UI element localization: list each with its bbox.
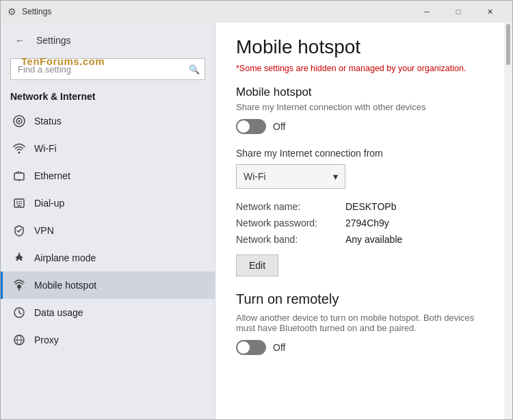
- titlebar-controls: ─ □ ✕: [411, 1, 505, 23]
- hotspot-heading: Mobile hotspot: [236, 86, 484, 99]
- hotspot-toggle-label: Off: [273, 121, 285, 132]
- sidebar-item-wifi[interactable]: Wi-Fi: [1, 135, 215, 162]
- sidebar-item-ethernet[interactable]: Ethernet: [1, 162, 215, 189]
- vpn-icon: [12, 224, 26, 237]
- titlebar-left: ⚙ Settings: [8, 6, 51, 17]
- hotspot-toggle-row: Off: [236, 119, 484, 134]
- network-name-key: Network name:: [236, 201, 345, 212]
- sidebar: TenForums.com ← Settings 🔍 Network & Int…: [1, 23, 215, 419]
- remote-heading: Turn on remotely: [236, 291, 484, 307]
- hotspot-label: Mobile hotspot: [34, 280, 96, 291]
- remote-toggle-label: Off: [273, 342, 285, 353]
- svg-point-2: [18, 120, 21, 122]
- airplane-label: Airplane mode: [34, 252, 96, 263]
- back-button[interactable]: ←: [10, 31, 29, 50]
- remote-toggle[interactable]: [236, 340, 266, 355]
- titlebar: ⚙ Settings ─ □ ✕: [1, 1, 512, 23]
- svg-rect-11: [18, 201, 20, 202]
- close-button[interactable]: ✕: [474, 1, 505, 23]
- datausage-label: Data usage: [34, 307, 83, 318]
- remote-toggle-knob: [237, 341, 250, 354]
- scrollbar-thumb: [506, 24, 510, 65]
- sidebar-header: ← Settings: [1, 23, 215, 55]
- sidebar-item-hotspot[interactable]: Mobile hotspot: [1, 272, 215, 299]
- remote-toggle-row: Off: [236, 340, 484, 355]
- svg-rect-16: [18, 205, 21, 207]
- airplane-icon: [12, 251, 26, 265]
- main-content: TenForums.com ← Settings 🔍 Network & Int…: [1, 23, 512, 419]
- panel: Mobile hotspot *Some settings are hidden…: [215, 23, 504, 419]
- network-band-key: Network band:: [236, 234, 345, 245]
- search-box: 🔍: [10, 58, 205, 80]
- search-input[interactable]: [10, 58, 205, 80]
- sidebar-item-datausage[interactable]: Data usage: [1, 299, 215, 326]
- maximize-button[interactable]: □: [443, 1, 474, 23]
- dialup-label: Dial-up: [34, 198, 64, 209]
- network-password-key: Network password:: [236, 218, 345, 228]
- dropdown-arrow-icon: ▾: [333, 171, 338, 182]
- dropdown-value: Wi-Fi: [244, 171, 266, 182]
- edit-button[interactable]: Edit: [236, 254, 278, 276]
- network-band-row: Network band: Any available: [236, 234, 484, 245]
- hotspot-toggle-knob: [237, 120, 250, 133]
- sidebar-item-status[interactable]: Status: [1, 107, 215, 135]
- svg-rect-10: [16, 201, 18, 202]
- ethernet-label: Ethernet: [34, 170, 70, 181]
- org-notice: *Some settings are hidden or managed by …: [236, 64, 484, 73]
- status-label: Status: [34, 116, 62, 127]
- svg-rect-14: [18, 203, 20, 205]
- hotspot-toggle[interactable]: [236, 119, 266, 134]
- sidebar-item-dialup[interactable]: Dial-up: [1, 189, 215, 217]
- wifi-label: Wi-Fi: [34, 143, 57, 154]
- svg-rect-15: [21, 203, 22, 205]
- search-icon: 🔍: [189, 64, 200, 75]
- titlebar-title: Settings: [22, 7, 51, 16]
- proxy-icon: [12, 333, 26, 347]
- sidebar-item-proxy[interactable]: Proxy: [1, 326, 215, 354]
- datausage-icon: [12, 306, 26, 319]
- svg-rect-12: [21, 201, 22, 202]
- svg-point-3: [18, 152, 21, 154]
- minimize-button[interactable]: ─: [411, 1, 443, 23]
- ethernet-icon: [12, 169, 26, 183]
- svg-rect-13: [16, 203, 18, 205]
- network-band-value: Any available: [345, 234, 402, 245]
- network-name-value: DESKTOPb: [345, 201, 396, 212]
- svg-rect-4: [14, 173, 24, 180]
- app-icon: ⚙: [8, 6, 16, 17]
- network-password-row: Network password: 2794Ch9y: [236, 218, 484, 228]
- vpn-label: VPN: [34, 225, 54, 236]
- settings-window: ⚙ Settings ─ □ ✕ TenForums.com ← Setting…: [0, 0, 513, 420]
- network-password-value: 2794Ch9y: [345, 218, 389, 228]
- share-from-dropdown[interactable]: Wi-Fi ▾: [236, 164, 345, 189]
- hotspot-icon: [12, 278, 26, 292]
- sidebar-section-title: Network & Internet: [1, 87, 215, 107]
- status-icon: [12, 114, 26, 128]
- sidebar-app-title: Settings: [36, 35, 71, 46]
- sidebar-item-vpn[interactable]: VPN: [1, 217, 215, 244]
- share-from-label: Share my Internet connection from: [236, 148, 484, 159]
- sidebar-item-airplane[interactable]: Airplane mode: [1, 244, 215, 272]
- hotspot-desc: Share my Internet connection with other …: [236, 102, 484, 112]
- dialup-icon: [12, 196, 26, 210]
- wifi-icon: [12, 142, 26, 155]
- network-name-row: Network name: DESKTOPb: [236, 201, 484, 212]
- network-info-table: Network name: DESKTOPb Network password:…: [236, 201, 484, 245]
- panel-scrollbar[interactable]: [504, 23, 512, 419]
- proxy-label: Proxy: [34, 334, 59, 345]
- panel-title: Mobile hotspot: [236, 36, 484, 58]
- remote-desc: Allow another device to turn on mobile h…: [236, 313, 484, 333]
